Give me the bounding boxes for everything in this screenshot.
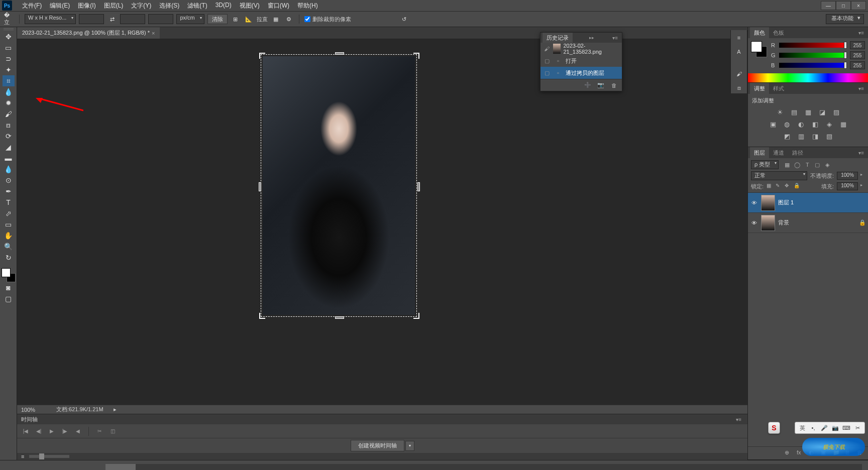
crop-marquee[interactable] — [261, 54, 417, 317]
adjustment-icon[interactable]: ◍ — [783, 120, 792, 129]
ime-logo[interactable]: S — [768, 422, 780, 434]
color-slider[interactable] — [779, 53, 847, 58]
channel-value[interactable] — [850, 61, 865, 69]
panel-menu-icon[interactable]: ▾≡ — [856, 30, 866, 36]
crop-height-input[interactable] — [120, 14, 145, 24]
adjustment-icon[interactable]: ◈ — [825, 120, 834, 129]
layers-footer-icon[interactable]: ⊕ — [785, 449, 793, 457]
lasso-tool[interactable]: ⊃ — [3, 53, 15, 64]
rotate-view-tool[interactable]: ↻ — [3, 252, 15, 263]
crop-handle-tl[interactable] — [259, 53, 265, 59]
layers-tab[interactable]: 图层 — [750, 147, 769, 158]
adjustment-icon[interactable]: ▣ — [769, 120, 778, 129]
ime-item[interactable]: ✂ — [852, 423, 862, 432]
adjustment-icon[interactable]: ▥ — [797, 132, 806, 141]
layer-filter-icon[interactable]: T — [804, 161, 811, 168]
horizontal-scrollbar[interactable] — [105, 464, 862, 470]
menu-item-10[interactable]: 帮助(H) — [293, 2, 322, 10]
mini-clone-icon[interactable]: ⧈ — [733, 82, 744, 93]
menu-item-9[interactable]: 窗口(W) — [264, 2, 293, 10]
visibility-eye-icon[interactable]: 👁 — [750, 219, 758, 227]
layer-row[interactable]: 👁背景🔒 — [748, 213, 868, 233]
adjustment-icon[interactable]: ▦ — [839, 120, 848, 129]
delete-cropped-checkbox[interactable]: 删除裁剪的像素 — [304, 16, 351, 23]
workspace-dropdown[interactable]: 基本功能 — [826, 14, 864, 24]
crop-tool[interactable]: ⌗ — [3, 75, 15, 86]
history-state[interactable]: ▢▫打开 — [540, 55, 622, 67]
channel-value[interactable] — [850, 41, 865, 49]
brush-tool[interactable]: 🖌 — [3, 108, 15, 120]
ime-item[interactable]: 🎤 — [819, 423, 829, 432]
move-tool[interactable]: ✥ — [3, 31, 15, 42]
snapshot-icon[interactable]: 📷 — [597, 81, 605, 89]
hand-tool[interactable]: ✋ — [3, 230, 15, 241]
zoom-tool[interactable]: 🔍 — [3, 241, 15, 252]
play-icon[interactable]: ▶ — [47, 427, 56, 436]
timeline-type-dropdown[interactable]: ▾ — [405, 441, 414, 451]
foreground-color-swatch[interactable] — [2, 268, 11, 277]
adjustment-icon[interactable]: ▤ — [790, 107, 799, 116]
opacity-value[interactable]: 100% — [837, 172, 858, 180]
crop-resolution-input[interactable] — [148, 14, 173, 24]
mini-character-icon[interactable]: A — [733, 46, 744, 57]
canvas-area[interactable] — [17, 39, 747, 405]
timeline-options-icon[interactable]: ≡ — [21, 453, 24, 459]
crop-handle-t[interactable] — [335, 52, 344, 55]
timeline-zoom-slider[interactable] — [29, 455, 69, 458]
visibility-eye-icon[interactable]: 👁 — [750, 199, 758, 207]
go-start-icon[interactable]: |◀ — [21, 427, 30, 436]
create-video-timeline-button[interactable]: 创建视频时间轴 — [351, 440, 404, 451]
ime-item[interactable]: •, — [808, 423, 818, 432]
quick-select-tool[interactable]: ✦ — [3, 64, 15, 75]
layer-filter-icon[interactable]: ◈ — [824, 161, 831, 168]
color-preview[interactable] — [751, 41, 767, 57]
lock-option-icon[interactable]: ✎ — [776, 183, 783, 190]
window-maximize[interactable]: □ — [836, 1, 851, 10]
history-state[interactable]: ▢▫通过拷贝的图层 — [540, 67, 622, 79]
swap-dimensions-icon[interactable]: ⇄ — [107, 14, 117, 24]
lock-option-icon[interactable]: 🔒 — [794, 183, 801, 190]
channel-value[interactable] — [850, 51, 865, 59]
panel-menu-icon[interactable]: ▾≡ — [610, 35, 620, 41]
spot-heal-tool[interactable]: ✹ — [3, 97, 15, 108]
blend-mode-dropdown[interactable]: 正常 — [751, 171, 807, 180]
close-tab-icon[interactable]: × — [152, 30, 155, 36]
adjustment-icon[interactable]: ▨ — [832, 107, 841, 116]
adjustment-icon[interactable]: ◨ — [811, 132, 820, 141]
adjustments-tab[interactable]: 调整 — [750, 83, 769, 94]
adjustment-icon[interactable]: ◧ — [811, 120, 820, 129]
layer-filter-icon[interactable]: ◯ — [794, 161, 801, 168]
eraser-tool[interactable]: ◢ — [3, 142, 15, 153]
fill-value[interactable]: 100% — [837, 182, 858, 190]
adjustment-icon[interactable]: ▦ — [804, 107, 813, 116]
history-tab[interactable]: 历史记录 — [542, 33, 573, 43]
straighten-icon[interactable]: 📐 — [244, 14, 254, 24]
menu-item-7[interactable]: 3D(D) — [211, 2, 236, 10]
screen-mode-tool[interactable]: ▢ — [3, 293, 15, 304]
color-swatches[interactable] — [2, 268, 16, 282]
crop-handle-l[interactable] — [259, 182, 261, 191]
transition-icon[interactable]: ◫ — [108, 427, 117, 436]
layer-filter-kind[interactable]: ρ 类型 — [751, 160, 779, 169]
menu-item-4[interactable]: 文字(Y) — [127, 2, 155, 10]
eyedropper-tool[interactable]: 💧 — [3, 86, 15, 97]
overlay-icon[interactable]: ⊞ — [231, 14, 241, 24]
crop-handle-bl[interactable] — [259, 313, 265, 319]
menu-item-2[interactable]: 图像(I) — [74, 2, 99, 10]
menu-item-0[interactable]: 文件(F) — [18, 2, 46, 10]
layer-thumbnail[interactable] — [761, 195, 775, 211]
gradient-tool[interactable]: ▬ — [3, 153, 15, 164]
adjustment-icon[interactable]: ◪ — [818, 107, 827, 116]
path-select-tool[interactable]: ⬀ — [3, 208, 15, 219]
ime-item[interactable]: ⌨ — [841, 423, 851, 432]
new-doc-from-state-icon[interactable]: ➕ — [584, 81, 592, 89]
adjustment-icon[interactable]: ▧ — [825, 132, 834, 141]
zoom-level[interactable]: 100% — [21, 407, 46, 413]
layer-name[interactable]: 图层 1 — [778, 199, 794, 206]
options-gear-icon[interactable]: ⚙ — [284, 14, 294, 24]
swatches-tab[interactable]: 色板 — [769, 27, 788, 38]
crop-handle-r[interactable] — [417, 182, 420, 191]
color-spectrum[interactable] — [748, 73, 868, 82]
aspect-ratio-preset[interactable]: W x H x Reso... — [25, 14, 76, 24]
color-slider[interactable] — [779, 43, 847, 48]
